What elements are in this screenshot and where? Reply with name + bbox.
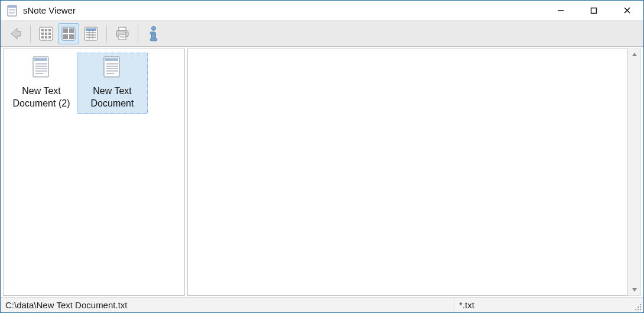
svg-rect-59 bbox=[635, 309, 636, 310]
document-viewer-pane[interactable] bbox=[187, 49, 628, 296]
toolbar-separator bbox=[106, 25, 107, 43]
svg-rect-22 bbox=[69, 28, 74, 33]
svg-rect-13 bbox=[48, 29, 51, 31]
status-filter: *.txt bbox=[454, 298, 643, 312]
toolbar-separator bbox=[30, 25, 31, 43]
minimize-button[interactable] bbox=[544, 1, 577, 20]
svg-rect-43 bbox=[34, 58, 47, 61]
scroll-up-button[interactable] bbox=[628, 49, 640, 60]
svg-rect-19 bbox=[48, 36, 51, 38]
app-window: sNote Viewer bbox=[0, 0, 644, 313]
svg-rect-24 bbox=[69, 34, 74, 39]
status-filter-text: *.txt bbox=[459, 300, 474, 310]
svg-rect-21 bbox=[63, 28, 68, 33]
window-controls bbox=[544, 1, 643, 20]
info-button[interactable] bbox=[143, 23, 164, 44]
status-path: C:\data\New Text Document.txt bbox=[1, 298, 454, 312]
window-title: sNote Viewer bbox=[23, 5, 76, 15]
view-list-button[interactable] bbox=[80, 23, 102, 44]
svg-point-38 bbox=[152, 26, 156, 30]
print-button[interactable] bbox=[112, 23, 133, 44]
file-item[interactable]: New Text Document bbox=[77, 53, 148, 114]
svg-rect-61 bbox=[640, 309, 641, 310]
svg-rect-32 bbox=[119, 27, 126, 31]
svg-rect-7 bbox=[591, 8, 597, 13]
svg-rect-56 bbox=[640, 304, 641, 305]
svg-rect-60 bbox=[638, 309, 639, 310]
toolbar-separator bbox=[138, 25, 138, 43]
svg-rect-40 bbox=[150, 32, 154, 34]
statusbar: C:\data\New Text Document.txt *.txt bbox=[1, 297, 643, 312]
svg-rect-41 bbox=[150, 38, 157, 41]
viewer-scrollbar[interactable] bbox=[628, 49, 641, 296]
file-label: New Text Document bbox=[77, 85, 148, 110]
svg-rect-58 bbox=[640, 306, 641, 308]
svg-rect-12 bbox=[45, 29, 47, 31]
svg-rect-50 bbox=[105, 58, 118, 61]
close-button[interactable] bbox=[610, 1, 643, 20]
file-label: New Text Document (2) bbox=[6, 85, 77, 110]
svg-rect-15 bbox=[45, 33, 47, 35]
document-icon bbox=[102, 56, 122, 83]
svg-rect-17 bbox=[41, 36, 44, 38]
titlebar: sNote Viewer bbox=[1, 1, 643, 21]
scroll-down-button[interactable] bbox=[628, 285, 640, 295]
svg-rect-16 bbox=[48, 33, 51, 35]
document-icon bbox=[31, 56, 51, 83]
file-list-pane[interactable]: New Text Document (2) New Text Document bbox=[3, 49, 185, 296]
svg-point-37 bbox=[125, 31, 127, 33]
app-icon bbox=[6, 5, 18, 17]
svg-rect-11 bbox=[41, 29, 44, 31]
svg-rect-1 bbox=[8, 6, 16, 8]
svg-rect-18 bbox=[45, 36, 47, 38]
back-button[interactable] bbox=[4, 23, 25, 44]
svg-rect-23 bbox=[63, 34, 68, 39]
svg-rect-57 bbox=[638, 306, 639, 308]
svg-rect-14 bbox=[41, 33, 44, 35]
resize-grip-icon[interactable] bbox=[634, 303, 642, 311]
file-item[interactable]: New Text Document (2) bbox=[6, 53, 77, 114]
view-large-icons-button[interactable] bbox=[58, 23, 79, 44]
toolbar bbox=[1, 21, 643, 47]
maximize-button[interactable] bbox=[577, 1, 610, 20]
content-area: New Text Document (2) New Text Document bbox=[1, 47, 643, 297]
svg-rect-26 bbox=[86, 28, 96, 31]
view-small-icons-button[interactable] bbox=[35, 23, 57, 44]
